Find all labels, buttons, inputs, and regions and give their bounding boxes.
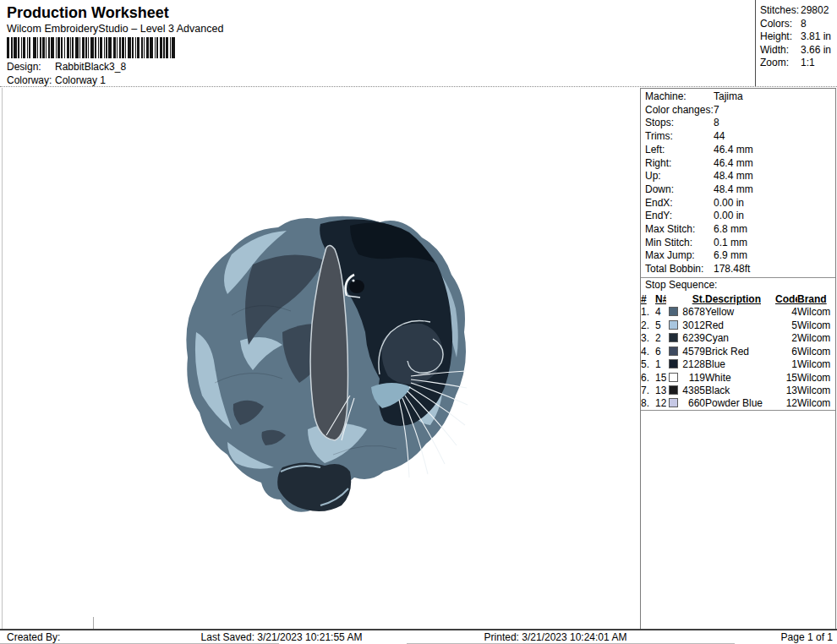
machine-info-row-label: Max Jump: bbox=[645, 249, 714, 263]
design-summary-box: Stitches:29802Colors:8Height:3.81 inWidt… bbox=[755, 0, 837, 87]
machine-info-row: Color changes:7 bbox=[641, 104, 835, 117]
stop-sequence-cell: Blue bbox=[705, 357, 775, 371]
stop-sequence-cell: Brick Red bbox=[705, 345, 775, 358]
summary-row-label: Colors: bbox=[760, 18, 801, 31]
summary-row-value: 3.66 in bbox=[801, 44, 831, 56]
last-saved-text: Last Saved: 3/21/2023 10:21:55 AM bbox=[201, 631, 363, 643]
stop-sequence-cell: 12 bbox=[775, 397, 797, 411]
stop-sequence-cell: 119 bbox=[680, 371, 705, 385]
stop-sequence-cell: 4 bbox=[655, 305, 666, 319]
summary-row-label: Zoom: bbox=[760, 57, 801, 70]
machine-info-row-label: Machine: bbox=[645, 90, 714, 104]
machine-info-row-label: EndX: bbox=[645, 197, 714, 210]
stop-sequence-cell: 1 bbox=[775, 357, 797, 371]
machine-info-row: Stops:8 bbox=[641, 117, 835, 130]
machine-info-row-value: 46.4 mm bbox=[714, 144, 753, 156]
thread-color-swatch bbox=[669, 398, 678, 407]
machine-info-row: Min Stitch:0.1 mm bbox=[641, 237, 835, 250]
stop-sequence-cell: 1. bbox=[641, 305, 655, 319]
column-header-#: # bbox=[641, 292, 655, 306]
machine-info-row-label: EndY: bbox=[645, 210, 714, 223]
design-value: RabbitBlack3_8 bbox=[55, 61, 126, 73]
stop-sequence-row: 4.64579Brick Red6Wilcom bbox=[641, 345, 835, 358]
stop-sequence-cell: 13 bbox=[655, 384, 666, 397]
stop-sequence-row: 2.53012Red5Wilcom bbox=[641, 319, 835, 332]
machine-info-row: EndY:0.00 in bbox=[641, 210, 835, 223]
colorway-label: Colorway: bbox=[7, 74, 55, 86]
stop-sequence-cell: 4385 bbox=[680, 384, 705, 397]
footer-cell-tick bbox=[93, 617, 94, 629]
stop-sequence-cell: 6. bbox=[641, 371, 655, 385]
machine-info-row-label: Stops: bbox=[645, 117, 714, 130]
machine-info-row: EndX:0.00 in bbox=[641, 197, 835, 210]
summary-row: Stitches:29802 bbox=[760, 4, 837, 18]
stop-sequence-cell: 3012 bbox=[680, 319, 705, 332]
summary-row-label: Height: bbox=[760, 30, 801, 44]
machine-info-row: Left:46.4 mm bbox=[641, 144, 835, 157]
machine-info-row-value: 44 bbox=[714, 130, 725, 142]
stop-sequence-table: #N#St.DescriptionCodeBrand 1.48678Yellow… bbox=[641, 292, 835, 411]
summary-row: Colors:8 bbox=[760, 18, 837, 31]
stop-sequence-cell: White bbox=[705, 371, 775, 385]
stop-sequence-cell: Wilcom bbox=[797, 305, 835, 319]
thread-color-swatch bbox=[669, 320, 678, 330]
machine-info-row-value: 6.9 mm bbox=[714, 249, 747, 261]
stop-sequence-cell: 6 bbox=[655, 345, 666, 358]
rabbit-embroidery-preview bbox=[181, 214, 468, 514]
stop-sequence-row: 3.26239Cyan2Wilcom bbox=[641, 331, 835, 345]
printed-text: Printed: 3/21/2023 10:24:01 AM bbox=[484, 631, 627, 643]
machine-info-list: Machine:TajimaColor changes:7Stops:8Trim… bbox=[641, 89, 835, 276]
production-worksheet-page: Production Worksheet Wilcom EmbroiderySt… bbox=[0, 0, 837, 644]
machine-info-row-label: Min Stitch: bbox=[645, 237, 714, 250]
stop-sequence-cell: Wilcom bbox=[797, 397, 835, 411]
summary-row-label: Stitches: bbox=[760, 4, 801, 18]
stop-sequence-cell: Red bbox=[705, 319, 775, 332]
stop-sequence-cell: 660 bbox=[680, 397, 705, 411]
column-header-Brand: Brand bbox=[797, 292, 835, 306]
stop-sequence-cell: 13 bbox=[775, 384, 797, 397]
stop-sequence-cell: Black bbox=[705, 384, 775, 397]
stop-sequence-cell: 4 bbox=[775, 305, 797, 319]
app-subtitle: Wilcom EmbroideryStudio – Level 3 Advanc… bbox=[7, 23, 223, 35]
stop-sequence-row: 6.15119White15Wilcom bbox=[641, 371, 835, 385]
stop-sequence-cell: 3. bbox=[641, 331, 655, 345]
stop-sequence-cell: 1 bbox=[655, 357, 666, 371]
stop-sequence-cell: 4579 bbox=[680, 345, 705, 358]
machine-info-row: Max Stitch:6.8 mm bbox=[641, 223, 835, 237]
machine-info-row-value: 0.1 mm bbox=[714, 237, 747, 248]
machine-info-row-value: 48.4 mm bbox=[714, 170, 753, 182]
stop-sequence-cell: 5 bbox=[775, 319, 797, 332]
column-header-swatch bbox=[666, 292, 680, 306]
thread-color-swatch bbox=[669, 347, 678, 356]
machine-info-row-value: 48.4 mm bbox=[714, 183, 753, 195]
thread-color-swatch bbox=[669, 373, 678, 382]
column-header-N#: N# bbox=[655, 292, 666, 306]
swatch-cell bbox=[666, 371, 680, 385]
stop-sequence-cell: Wilcom bbox=[797, 319, 835, 332]
swatch-cell bbox=[666, 345, 680, 358]
machine-info-row-label: Color changes: bbox=[645, 104, 714, 117]
summary-row: Height:3.81 in bbox=[760, 30, 837, 44]
machine-info-row-label: Down: bbox=[645, 183, 714, 197]
machine-info-row-value: 46.4 mm bbox=[714, 157, 753, 169]
design-name-row: Design:RabbitBlack3_8 bbox=[7, 61, 126, 73]
column-header-St.: St. bbox=[680, 292, 705, 306]
page-title: Production Worksheet bbox=[7, 4, 169, 22]
stop-sequence-cell: 8678 bbox=[680, 305, 705, 319]
stop-sequence-cell: 2 bbox=[775, 331, 797, 345]
summary-row: Width:3.66 in bbox=[760, 44, 837, 57]
machine-info-row: Total Bobbin:178.48ft bbox=[641, 263, 835, 276]
machine-panel: Machine:TajimaColor changes:7Stops:8Trim… bbox=[640, 88, 836, 629]
column-header-Code: Code bbox=[775, 292, 797, 306]
summary-row-label: Width: bbox=[760, 44, 801, 57]
design-barcode bbox=[7, 37, 176, 58]
machine-info-row-label: Total Bobbin: bbox=[645, 263, 714, 276]
machine-info-row-label: Right: bbox=[645, 157, 714, 171]
stop-sequence-cell: 8. bbox=[641, 397, 655, 411]
stop-sequence-row: 7.134385Black13Wilcom bbox=[641, 384, 835, 397]
stop-sequence-cell: Cyan bbox=[705, 331, 775, 345]
machine-info-row-value: 7 bbox=[714, 104, 719, 116]
stop-sequence-cell: 6239 bbox=[680, 331, 705, 345]
machine-info-row-value: Tajima bbox=[714, 90, 743, 102]
stop-sequence-cell: Wilcom bbox=[797, 371, 835, 385]
